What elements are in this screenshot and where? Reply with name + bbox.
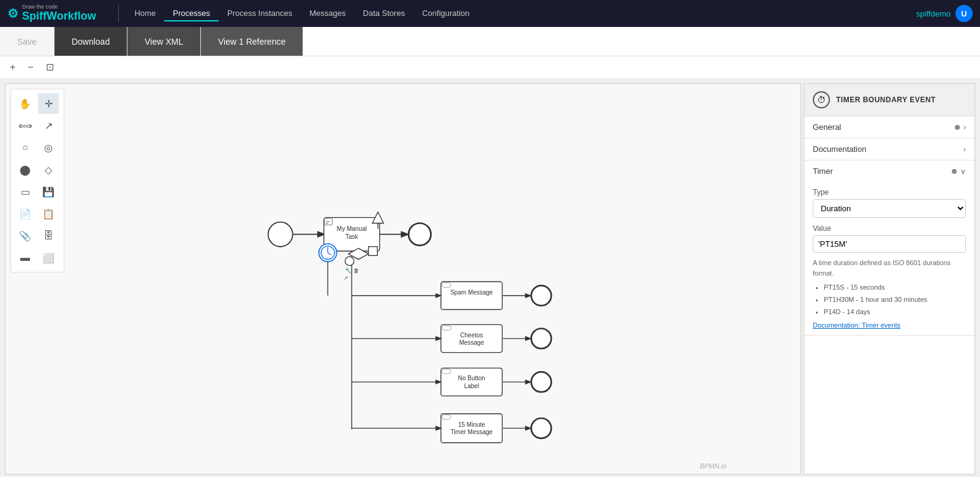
general-section-header[interactable]: General › xyxy=(804,116,974,138)
palette-move[interactable]: ⟺ xyxy=(15,115,36,136)
timer-dot xyxy=(952,169,957,174)
type-label: Type xyxy=(813,188,966,197)
timermsg-label1: 15 Minute xyxy=(458,421,485,428)
user-avatar[interactable]: U xyxy=(956,5,973,22)
timer-section: Timer ∨ Type Duration Cycle Date Value A… xyxy=(804,160,974,336)
palette-sub-proc[interactable]: ▬ xyxy=(15,247,36,268)
example-1: PT15S - 15 seconds xyxy=(824,282,966,294)
palette-task-attach[interactable]: 📎 xyxy=(15,225,36,246)
nav-right: spiffdemo U xyxy=(916,5,973,22)
bpmn-diagram[interactable]: My Manual Task xyxy=(6,84,801,474)
context-tool1[interactable]: 🔧 xyxy=(345,267,352,274)
zoom-in-button[interactable]: + xyxy=(7,60,18,74)
cheetos-label2: Message xyxy=(459,339,484,346)
cheetos-label1: Cheetos xyxy=(460,332,483,339)
timer-icons: ∨ xyxy=(952,167,966,176)
save-button[interactable]: Save xyxy=(0,27,55,56)
timer-section-header[interactable]: Timer ∨ xyxy=(804,160,974,182)
zoom-fit-button[interactable]: ⊡ xyxy=(43,60,56,74)
palette-connect[interactable]: ↗ xyxy=(38,115,59,136)
manual-task-label: My Manual xyxy=(337,225,367,232)
bpmn-palette: ✋ ✛ ⟺ ↗ ○ ◎ ⬤ ◇ ▭ 💾 📄 📋 📎 🗄 ▬ ⬜ xyxy=(10,89,64,272)
context-arrow[interactable]: ↗ xyxy=(344,275,349,281)
example-2: PT1H30M - 1 hour and 30 minutes xyxy=(824,294,966,306)
view-reference-button[interactable]: View 1 Reference xyxy=(201,27,303,56)
logo: ⚙ Draw the code SpiffWorkflow xyxy=(7,4,96,23)
nav-home[interactable]: Home xyxy=(126,6,165,21)
nav-divider xyxy=(118,5,119,22)
timer-section-content: Type Duration Cycle Date Value A time du… xyxy=(804,182,974,335)
end-event-cheetos[interactable] xyxy=(531,328,551,348)
no-button-task[interactable] xyxy=(441,368,502,396)
panel-header: ⏱ TIMER BOUNDARY EVENT xyxy=(804,84,974,116)
shape-1[interactable] xyxy=(369,247,378,256)
nav-processes[interactable]: Processes xyxy=(164,6,219,21)
logo-name: SpiffWorkflow xyxy=(22,10,96,22)
timermsg-label2: Timer Message xyxy=(451,429,493,435)
palette-select[interactable]: ✛ xyxy=(38,93,59,114)
toolbar: Save Download View XML View 1 Reference xyxy=(0,27,980,56)
right-panel: ⏱ TIMER BOUNDARY EVENT General › Documen… xyxy=(804,83,975,475)
bpmn-canvas-wrapper[interactable]: ✋ ✛ ⟺ ↗ ○ ◎ ⬤ ◇ ▭ 💾 📄 📋 📎 🗄 ▬ ⬜ My Man xyxy=(5,83,801,475)
palette-intermediate[interactable]: ◎ xyxy=(38,137,59,158)
download-button[interactable]: Download xyxy=(55,27,127,56)
clock-icon: ⏱ xyxy=(817,95,826,105)
timer-chevron: ∨ xyxy=(960,167,966,176)
doc-icons: › xyxy=(963,145,966,154)
nav-process-instances[interactable]: Process Instances xyxy=(219,6,301,21)
type-select[interactable]: Duration Cycle Date xyxy=(813,199,966,218)
nav-configuration[interactable]: Configuration xyxy=(413,6,478,21)
general-dot xyxy=(955,125,960,130)
zoom-bar: + − ⊡ xyxy=(0,56,980,78)
doc-link[interactable]: Documentation: Timer events xyxy=(813,321,966,329)
spam-label: Spam Message xyxy=(450,289,493,296)
palette-hand[interactable]: ✋ xyxy=(15,93,36,114)
help-text: A time duration defined as ISO 8601 dura… xyxy=(813,258,966,278)
panel-title: TIMER BOUNDARY EVENT xyxy=(836,96,936,104)
timer-message-task[interactable] xyxy=(441,414,502,443)
end-event-spam[interactable] xyxy=(531,285,551,306)
nav-messages[interactable]: Messages xyxy=(301,6,354,21)
manual-task-label2: Task xyxy=(345,233,359,240)
palette-db[interactable]: 🗄 xyxy=(38,225,59,246)
nav-data-stores[interactable]: Data Stores xyxy=(355,6,414,21)
value-label: Value xyxy=(813,224,966,233)
end-event-timer[interactable] xyxy=(531,418,551,438)
documentation-label: Documentation xyxy=(813,145,866,154)
general-label: General xyxy=(813,122,841,132)
general-icons: › xyxy=(955,123,966,132)
palette-end-event[interactable]: ⬤ xyxy=(15,159,36,180)
general-chevron: › xyxy=(963,123,966,132)
shape-2[interactable] xyxy=(345,257,354,266)
documentation-section: Documentation › xyxy=(804,138,974,160)
end-event-1[interactable] xyxy=(409,223,431,246)
context-tool2[interactable]: 🗑 xyxy=(353,268,359,274)
end-event-nobutton[interactable] xyxy=(531,372,551,392)
logo-tagline: Draw the code xyxy=(22,4,96,10)
nobutton-label2: Label xyxy=(464,383,479,389)
documentation-section-header[interactable]: Documentation › xyxy=(804,138,974,160)
palette-file2[interactable]: 📋 xyxy=(38,203,59,224)
nobutton-label1: No Button xyxy=(458,375,485,381)
palette-pool[interactable]: ⬜ xyxy=(38,247,59,268)
example-3: P14D - 14 days xyxy=(824,306,966,318)
value-input[interactable] xyxy=(813,235,966,253)
start-event[interactable] xyxy=(268,222,293,247)
top-navigation: ⚙ Draw the code SpiffWorkflow Home Proce… xyxy=(0,0,980,27)
bpmn-watermark: BPMN.io xyxy=(700,462,726,470)
palette-start-event[interactable]: ○ xyxy=(15,137,36,158)
palette-task-box[interactable]: ▭ xyxy=(15,181,36,202)
general-section: General › xyxy=(804,116,974,138)
zoom-out-button[interactable]: − xyxy=(25,60,36,74)
view-xml-button[interactable]: View XML xyxy=(127,27,201,56)
help-list: PT15S - 15 seconds PT1H30M - 1 hour and … xyxy=(813,282,966,318)
logo-icon: ⚙ xyxy=(7,6,18,21)
palette-file[interactable]: 📄 xyxy=(15,203,36,224)
palette-data[interactable]: 💾 xyxy=(38,181,59,202)
main-area: ✋ ✛ ⟺ ↗ ○ ◎ ⬤ ◇ ▭ 💾 📄 📋 📎 🗄 ▬ ⬜ My Man xyxy=(0,78,980,477)
palette-gateway[interactable]: ◇ xyxy=(38,159,59,180)
user-name: spiffdemo xyxy=(916,9,951,18)
timer-label: Timer xyxy=(813,167,833,176)
timer-event-icon: ⏱ xyxy=(813,91,830,108)
doc-chevron: › xyxy=(963,145,966,154)
